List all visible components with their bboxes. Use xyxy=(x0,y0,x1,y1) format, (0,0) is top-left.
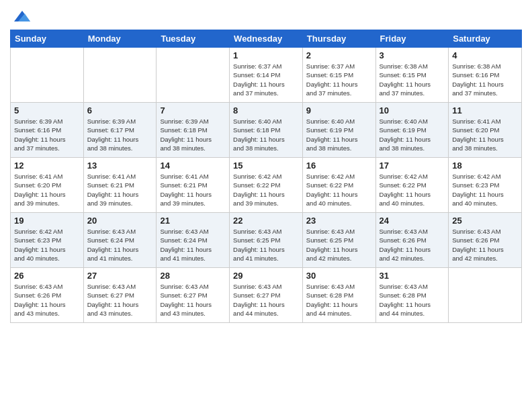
day-info: Sunrise: 6:39 AM Sunset: 6:18 PM Dayligh… xyxy=(160,117,226,152)
day-cell xyxy=(157,48,230,103)
day-cell xyxy=(11,48,84,103)
day-info: Sunrise: 6:38 AM Sunset: 6:16 PM Dayligh… xyxy=(452,62,518,97)
day-info: Sunrise: 6:42 AM Sunset: 6:22 PM Dayligh… xyxy=(233,172,299,208)
day-info: Sunrise: 6:38 AM Sunset: 6:15 PM Dayligh… xyxy=(380,62,445,97)
day-info: Sunrise: 6:41 AM Sunset: 6:20 PM Dayligh… xyxy=(452,117,518,152)
day-cell: 20Sunrise: 6:43 AM Sunset: 6:24 PM Dayli… xyxy=(83,213,157,268)
day-number: 15 xyxy=(233,161,299,171)
day-number: 11 xyxy=(452,105,518,116)
day-number: 26 xyxy=(14,271,80,281)
day-info: Sunrise: 6:43 AM Sunset: 6:27 PM Dayligh… xyxy=(233,282,299,318)
day-cell xyxy=(83,48,157,103)
day-cell: 15Sunrise: 6:42 AM Sunset: 6:22 PM Dayli… xyxy=(230,158,303,213)
weekday-header-wednesday: Wednesday xyxy=(230,30,303,48)
day-number: 23 xyxy=(306,216,372,226)
day-info: Sunrise: 6:43 AM Sunset: 6:24 PM Dayligh… xyxy=(87,227,153,263)
week-row-4: 19Sunrise: 6:42 AM Sunset: 6:23 PM Dayli… xyxy=(11,213,522,268)
day-cell: 19Sunrise: 6:42 AM Sunset: 6:23 PM Dayli… xyxy=(11,213,84,268)
week-row-5: 26Sunrise: 6:43 AM Sunset: 6:26 PM Dayli… xyxy=(11,268,522,323)
day-cell: 26Sunrise: 6:43 AM Sunset: 6:26 PM Dayli… xyxy=(11,268,84,323)
day-cell: 7Sunrise: 6:39 AM Sunset: 6:18 PM Daylig… xyxy=(157,103,230,158)
day-info: Sunrise: 6:43 AM Sunset: 6:25 PM Dayligh… xyxy=(306,227,372,263)
logo xyxy=(10,9,30,26)
day-number: 14 xyxy=(160,161,226,171)
day-info: Sunrise: 6:40 AM Sunset: 6:19 PM Dayligh… xyxy=(380,117,445,152)
day-cell: 5Sunrise: 6:39 AM Sunset: 6:16 PM Daylig… xyxy=(11,103,84,158)
day-info: Sunrise: 6:43 AM Sunset: 6:25 PM Dayligh… xyxy=(233,227,299,263)
day-info: Sunrise: 6:37 AM Sunset: 6:15 PM Dayligh… xyxy=(306,62,372,97)
day-info: Sunrise: 6:42 AM Sunset: 6:23 PM Dayligh… xyxy=(14,227,80,263)
day-number: 17 xyxy=(380,161,445,171)
day-number: 7 xyxy=(160,105,226,116)
day-info: Sunrise: 6:40 AM Sunset: 6:18 PM Dayligh… xyxy=(233,117,299,152)
day-info: Sunrise: 6:43 AM Sunset: 6:26 PM Dayligh… xyxy=(452,227,518,263)
week-row-1: 1Sunrise: 6:37 AM Sunset: 6:14 PM Daylig… xyxy=(11,48,522,103)
weekday-header-friday: Friday xyxy=(375,30,449,48)
day-info: Sunrise: 6:39 AM Sunset: 6:17 PM Dayligh… xyxy=(87,117,153,152)
day-number: 10 xyxy=(380,105,445,116)
day-cell: 10Sunrise: 6:40 AM Sunset: 6:19 PM Dayli… xyxy=(375,103,449,158)
weekday-header-tuesday: Tuesday xyxy=(157,30,230,48)
calendar-table: SundayMondayTuesdayWednesdayThursdayFrid… xyxy=(10,30,522,323)
day-cell: 31Sunrise: 6:43 AM Sunset: 6:28 PM Dayli… xyxy=(375,268,449,323)
day-cell: 16Sunrise: 6:42 AM Sunset: 6:22 PM Dayli… xyxy=(302,158,375,213)
day-info: Sunrise: 6:43 AM Sunset: 6:26 PM Dayligh… xyxy=(14,282,80,318)
day-info: Sunrise: 6:42 AM Sunset: 6:23 PM Dayligh… xyxy=(452,172,518,208)
header xyxy=(10,7,522,26)
week-row-2: 5Sunrise: 6:39 AM Sunset: 6:16 PM Daylig… xyxy=(11,103,522,158)
day-cell: 12Sunrise: 6:41 AM Sunset: 6:20 PM Dayli… xyxy=(11,158,84,213)
day-cell: 25Sunrise: 6:43 AM Sunset: 6:26 PM Dayli… xyxy=(449,213,522,268)
day-info: Sunrise: 6:41 AM Sunset: 6:20 PM Dayligh… xyxy=(14,172,80,208)
day-number: 18 xyxy=(452,161,518,171)
weekday-header-sunday: Sunday xyxy=(11,30,84,48)
day-cell: 3Sunrise: 6:38 AM Sunset: 6:15 PM Daylig… xyxy=(375,48,449,103)
weekday-header-saturday: Saturday xyxy=(449,30,522,48)
day-cell: 21Sunrise: 6:43 AM Sunset: 6:24 PM Dayli… xyxy=(157,213,230,268)
day-info: Sunrise: 6:42 AM Sunset: 6:22 PM Dayligh… xyxy=(306,172,372,208)
weekday-header-monday: Monday xyxy=(83,30,157,48)
week-row-3: 12Sunrise: 6:41 AM Sunset: 6:20 PM Dayli… xyxy=(11,158,522,213)
day-cell: 2Sunrise: 6:37 AM Sunset: 6:15 PM Daylig… xyxy=(302,48,375,103)
day-info: Sunrise: 6:43 AM Sunset: 6:24 PM Dayligh… xyxy=(160,227,226,263)
day-number: 21 xyxy=(160,216,226,226)
day-number: 24 xyxy=(380,216,445,226)
day-number: 3 xyxy=(380,50,445,60)
day-number: 31 xyxy=(380,271,445,281)
day-info: Sunrise: 6:43 AM Sunset: 6:26 PM Dayligh… xyxy=(380,227,445,263)
day-info: Sunrise: 6:41 AM Sunset: 6:21 PM Dayligh… xyxy=(87,172,153,208)
weekday-header-thursday: Thursday xyxy=(302,30,375,48)
day-cell: 4Sunrise: 6:38 AM Sunset: 6:16 PM Daylig… xyxy=(449,48,522,103)
day-number: 22 xyxy=(233,216,299,226)
day-number: 19 xyxy=(14,216,80,226)
day-cell: 14Sunrise: 6:41 AM Sunset: 6:21 PM Dayli… xyxy=(157,158,230,213)
day-cell: 1Sunrise: 6:37 AM Sunset: 6:14 PM Daylig… xyxy=(230,48,303,103)
page: SundayMondayTuesdayWednesdayThursdayFrid… xyxy=(0,0,532,411)
day-cell: 30Sunrise: 6:43 AM Sunset: 6:28 PM Dayli… xyxy=(302,268,375,323)
day-cell: 28Sunrise: 6:43 AM Sunset: 6:27 PM Dayli… xyxy=(157,268,230,323)
day-info: Sunrise: 6:43 AM Sunset: 6:27 PM Dayligh… xyxy=(87,282,153,318)
day-cell: 24Sunrise: 6:43 AM Sunset: 6:26 PM Dayli… xyxy=(375,213,449,268)
day-cell: 23Sunrise: 6:43 AM Sunset: 6:25 PM Dayli… xyxy=(302,213,375,268)
day-number: 2 xyxy=(306,50,372,60)
day-cell: 22Sunrise: 6:43 AM Sunset: 6:25 PM Dayli… xyxy=(230,213,303,268)
day-number: 27 xyxy=(87,271,153,281)
day-cell: 18Sunrise: 6:42 AM Sunset: 6:23 PM Dayli… xyxy=(449,158,522,213)
day-cell: 9Sunrise: 6:40 AM Sunset: 6:19 PM Daylig… xyxy=(302,103,375,158)
day-number: 6 xyxy=(87,105,153,116)
day-info: Sunrise: 6:43 AM Sunset: 6:27 PM Dayligh… xyxy=(160,282,226,318)
day-number: 9 xyxy=(306,105,372,116)
day-info: Sunrise: 6:39 AM Sunset: 6:16 PM Dayligh… xyxy=(14,117,80,152)
day-cell: 6Sunrise: 6:39 AM Sunset: 6:17 PM Daylig… xyxy=(83,103,157,158)
day-number: 30 xyxy=(306,271,372,281)
day-number: 29 xyxy=(233,271,299,281)
day-info: Sunrise: 6:41 AM Sunset: 6:21 PM Dayligh… xyxy=(160,172,226,208)
day-info: Sunrise: 6:43 AM Sunset: 6:28 PM Dayligh… xyxy=(380,282,445,318)
day-number: 12 xyxy=(14,161,80,171)
day-number: 4 xyxy=(452,50,518,60)
logo-icon xyxy=(11,7,30,26)
day-number: 28 xyxy=(160,271,226,281)
day-number: 1 xyxy=(233,50,299,60)
day-number: 8 xyxy=(233,105,299,116)
day-info: Sunrise: 6:37 AM Sunset: 6:14 PM Dayligh… xyxy=(233,62,299,97)
day-number: 20 xyxy=(87,216,153,226)
